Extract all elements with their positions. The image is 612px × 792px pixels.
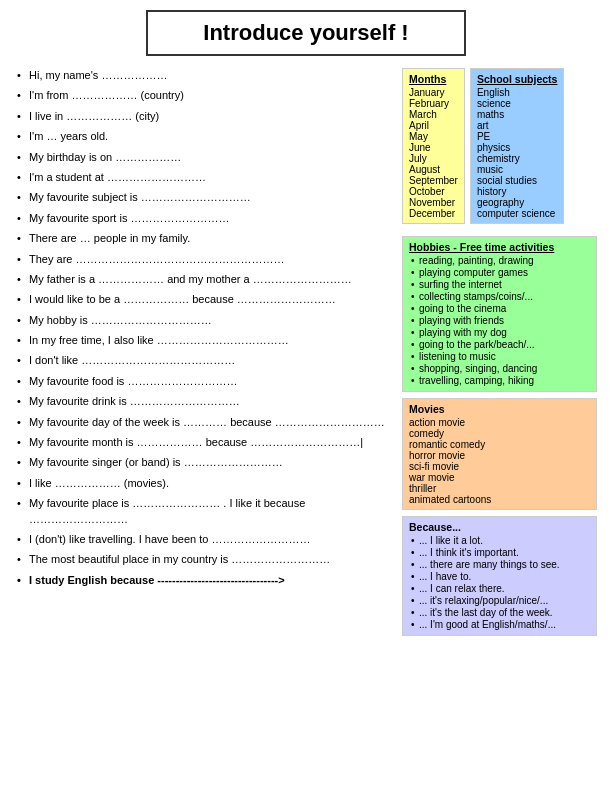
bullet-item: I like ……………… (movies). [15, 476, 394, 491]
bullet-item: My birthday is on ……………… [15, 150, 394, 165]
movies-box: Movies action moviecomedyromantic comedy… [402, 398, 597, 510]
because-item: ... I can relax there. [409, 583, 590, 594]
bullet-item: My favourite drink is ………………………… [15, 394, 394, 409]
because-item: ... it's relaxing/popular/nice/... [409, 595, 590, 606]
hobby-item: travelling, camping, hiking [409, 375, 590, 386]
hobby-item: going to the park/beach/... [409, 339, 590, 350]
movie-item: sci-fi movie [409, 461, 590, 472]
title-box: Introduce yourself ! [146, 10, 466, 56]
hobby-item: playing with friends [409, 315, 590, 326]
hobby-item: shopping, singing, dancing [409, 363, 590, 374]
page-title: Introduce yourself ! [203, 20, 408, 45]
bullet-item: They are ………………………………………………… [15, 252, 394, 267]
hobby-item: going to the cinema [409, 303, 590, 314]
school-item: history [477, 186, 558, 197]
months-box: Months JanuaryFebruaryMarchAprilMayJuneJ… [402, 68, 465, 224]
movie-item: action movie [409, 417, 590, 428]
bullet-item: My favourite food is ………………………… [15, 374, 394, 389]
because-list: ... I like it a lot.... I think it's imp… [409, 535, 590, 630]
because-item: ... I have to. [409, 571, 590, 582]
hobbies-title: Hobbies - Free time activities [409, 241, 590, 253]
school-item: art [477, 120, 558, 131]
movie-item: comedy [409, 428, 590, 439]
month-item: June [409, 142, 458, 153]
hobby-item: playing computer games [409, 267, 590, 278]
bullet-item: The most beautiful place in my country i… [15, 552, 394, 567]
month-item: January [409, 87, 458, 98]
bullet-item: My favourite month is ……………… because ………… [15, 435, 394, 450]
hobby-item: surfing the internet [409, 279, 590, 290]
movie-item: animated cartoons [409, 494, 590, 505]
bullet-item: I'm from ……………… (country) [15, 88, 394, 103]
month-item: March [409, 109, 458, 120]
hobby-item: playing with my dog [409, 327, 590, 338]
because-item: ... it's the last day of the week. [409, 607, 590, 618]
month-item: October [409, 186, 458, 197]
movie-item: war movie [409, 472, 590, 483]
bullet-item: My favourite sport is ……………………… [15, 211, 394, 226]
school-item: English [477, 87, 558, 98]
because-item: ... I like it a lot. [409, 535, 590, 546]
school-item: science [477, 98, 558, 109]
months-title: Months [409, 73, 458, 85]
bullet-item: There are … people in my family. [15, 231, 394, 246]
month-item: April [409, 120, 458, 131]
month-item: February [409, 98, 458, 109]
movies-list: action moviecomedyromantic comedyhorror … [409, 417, 590, 505]
bullet-item: I'm a student at ……………………… [15, 170, 394, 185]
bullet-item: My favourite place is …………………… . I like … [15, 496, 394, 527]
bullet-item: My favourite singer (or band) is …………………… [15, 455, 394, 470]
school-item: PE [477, 131, 558, 142]
bullet-item: My favourite day of the week is ………… bec… [15, 415, 394, 430]
month-item: August [409, 164, 458, 175]
hobbies-box: Hobbies - Free time activities reading, … [402, 236, 597, 392]
hobby-item: collecting stamps/coins/... [409, 291, 590, 302]
school-item: music [477, 164, 558, 175]
school-title: School subjects [477, 73, 558, 85]
right-column: Months JanuaryFebruaryMarchAprilMayJuneJ… [402, 68, 597, 642]
bullet-list: Hi, my name's ………………I'm from ……………… (cou… [15, 68, 394, 588]
school-box: School subjects EnglishsciencemathsartPE… [470, 68, 565, 224]
month-item: September [409, 175, 458, 186]
because-item: ... I'm good at English/maths/... [409, 619, 590, 630]
movie-item: thriller [409, 483, 590, 494]
bullet-item: I would like to be a ……………… because …………… [15, 292, 394, 307]
bullet-item: I (don't) like travelling. I have been t… [15, 532, 394, 547]
hobbies-list: reading, painting, drawingplaying comput… [409, 255, 590, 386]
school-item: computer science [477, 208, 558, 219]
school-item: social studies [477, 175, 558, 186]
movies-title: Movies [409, 403, 590, 415]
left-column: Hi, my name's ………………I'm from ……………… (cou… [15, 68, 394, 642]
bullet-item: Hi, my name's ……………… [15, 68, 394, 83]
bullet-item: I'm … years old. [15, 129, 394, 144]
bullet-item: In my free time, I also like ……………………………… [15, 333, 394, 348]
school-item: geography [477, 197, 558, 208]
bullet-item: I live in ……………… (city) [15, 109, 394, 124]
because-box: Because... ... I like it a lot.... I thi… [402, 516, 597, 636]
bullet-item: I don't like …………………………………… [15, 353, 394, 368]
bullet-item: My father is a ……………… and my mother a ……… [15, 272, 394, 287]
months-list: JanuaryFebruaryMarchAprilMayJuneJulyAugu… [409, 87, 458, 219]
month-item: November [409, 197, 458, 208]
month-item: December [409, 208, 458, 219]
bullet-item: My favourite subject is ………………………… [15, 190, 394, 205]
school-item: maths [477, 109, 558, 120]
hobby-item: listening to music [409, 351, 590, 362]
because-item: ... there are many things to see. [409, 559, 590, 570]
because-item: ... I think it's important. [409, 547, 590, 558]
bullet-item: I study English because ----------------… [15, 573, 394, 588]
month-item: May [409, 131, 458, 142]
school-item: physics [477, 142, 558, 153]
movie-item: horror movie [409, 450, 590, 461]
month-item: July [409, 153, 458, 164]
school-item: chemistry [477, 153, 558, 164]
hobby-item: reading, painting, drawing [409, 255, 590, 266]
movie-item: romantic comedy [409, 439, 590, 450]
school-list: EnglishsciencemathsartPEphysicschemistry… [477, 87, 558, 219]
bullet-item: My hobby is …………………………… [15, 313, 394, 328]
because-title: Because... [409, 521, 590, 533]
